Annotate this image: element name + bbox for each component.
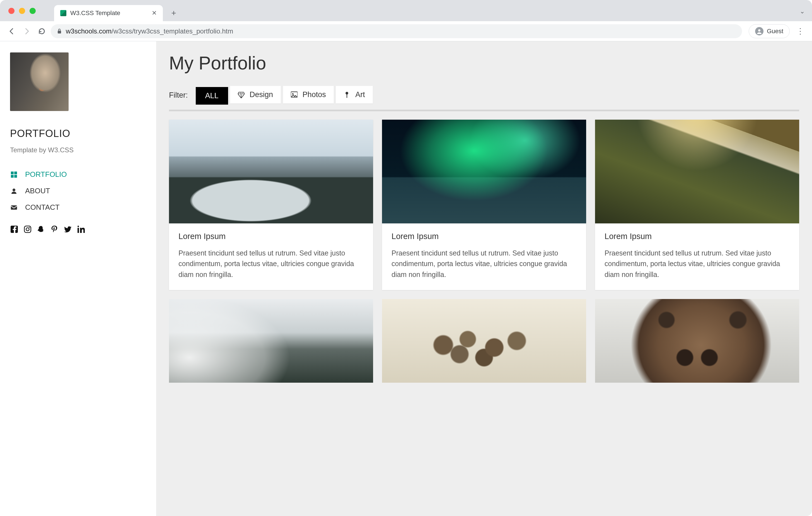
portfolio-card[interactable]: Lorem IpsumPraesent tincidunt sed tellus… [169,120,373,290]
card-title: Lorem Ipsum [605,232,790,241]
filter-design[interactable]: Design [230,86,281,104]
card-description: Praesent tincidunt sed tellus ut rutrum.… [605,248,790,280]
filter-label: Design [250,90,273,99]
window-minimize-button[interactable] [19,8,25,14]
instagram-icon[interactable] [23,226,32,233]
tab-favicon [60,10,66,16]
filter-art[interactable]: Art [336,86,373,104]
card-title: Lorem Ipsum [392,232,577,241]
card-thumbnail [169,120,373,223]
url-path: /w3css/tryw3css_templates_portfolio.htm [112,27,233,35]
social-links [10,226,146,233]
card-description: Praesent tincidunt sed tellus ut rutrum.… [178,248,364,280]
card-description: Praesent tincidunt sed tellus ut rutrum.… [392,248,577,280]
portfolio-grid: Lorem IpsumPraesent tincidunt sed tellus… [169,120,799,383]
toolbar: w3schools.com/w3css/tryw3css_templates_p… [0,21,812,41]
filter-bar: Filter: ALL Design Photos Art [169,86,799,105]
divider [169,110,799,111]
filter-label: Art [355,90,365,99]
tab-title: W3.CSS Template [70,9,148,17]
nav-label: ABOUT [25,187,50,195]
facebook-icon[interactable] [10,226,19,233]
main-content[interactable]: My Portfolio Filter: ALL Design Photos A… [156,41,812,516]
profile-button[interactable]: Guest [749,24,790,38]
twitter-icon[interactable] [64,226,72,233]
envelope-icon [10,205,18,210]
page: PORTFOLIO Template by W3.CSS PORTFOLIOAB… [0,41,812,516]
nav-label: CONTACT [25,203,60,212]
window-controls [8,8,36,14]
forward-button[interactable] [21,25,33,37]
portfolio-card[interactable] [595,299,799,383]
sidebar: PORTFOLIO Template by W3.CSS PORTFOLIOAB… [0,41,156,516]
sidebar-item-contact[interactable]: CONTACT [10,199,146,216]
nav-label: PORTFOLIO [25,170,67,179]
picture-icon [291,91,297,98]
card-title: Lorem Ipsum [178,232,364,241]
sidebar-item-portfolio[interactable]: PORTFOLIO [10,166,146,183]
window-close-button[interactable] [8,8,14,14]
url-text: w3schools.com/w3css/tryw3css_templates_p… [66,27,233,35]
browser-tab[interactable]: W3.CSS Template ✕ [54,5,163,21]
pin-icon [344,91,350,98]
filter-label: Filter: [169,91,188,99]
new-tab-button[interactable]: + [168,7,180,19]
url-host: w3schools.com [66,27,112,35]
pinterest-icon[interactable] [50,226,59,233]
card-thumbnail [169,299,373,383]
filter-all[interactable]: ALL [196,87,228,105]
user-icon [10,188,18,194]
address-bar[interactable]: w3schools.com/w3css/tryw3css_templates_p… [51,24,742,38]
browser-window: W3.CSS Template ✕ + ⌄ w3schools.com/w3cs… [0,0,812,516]
browser-menu-button[interactable]: ⋮ [794,27,806,36]
portfolio-card[interactable] [382,299,586,383]
card-body: Lorem IpsumPraesent tincidunt sed tellus… [382,223,586,290]
sidebar-nav: PORTFOLIOABOUTCONTACT [10,166,146,216]
card-thumbnail [382,299,586,383]
card-thumbnail [595,299,799,383]
snapchat-icon[interactable] [37,226,45,233]
profile-photo [10,52,68,111]
card-thumbnail [382,120,586,223]
lock-icon [57,28,62,34]
tab-close-button[interactable]: ✕ [152,9,157,17]
filter-label: ALL [205,91,219,100]
diamond-icon [238,91,244,98]
profile-label: Guest [767,28,783,35]
window-fullscreen-button[interactable] [30,8,36,14]
tabs-overflow-button[interactable]: ⌄ [800,8,805,15]
card-body: Lorem IpsumPraesent tincidunt sed tellus… [169,223,373,290]
card-body: Lorem IpsumPraesent tincidunt sed tellus… [595,223,799,290]
card-thumbnail [595,120,799,223]
linkedin-icon[interactable] [77,226,85,233]
filter-photos[interactable]: Photos [283,86,334,104]
sidebar-item-about[interactable]: ABOUT [10,183,146,199]
grid-icon [10,172,18,178]
back-button[interactable] [6,25,18,37]
tab-bar: W3.CSS Template ✕ + ⌄ [0,0,812,21]
page-title: My Portfolio [169,52,799,74]
portfolio-card[interactable] [169,299,373,383]
guest-avatar-icon [755,27,763,35]
portfolio-card[interactable]: Lorem IpsumPraesent tincidunt sed tellus… [382,120,586,290]
reload-button[interactable] [36,25,48,37]
sidebar-title: PORTFOLIO [10,128,146,140]
filter-label: Photos [302,90,326,99]
portfolio-card[interactable]: Lorem IpsumPraesent tincidunt sed tellus… [595,120,799,290]
sidebar-subtitle: Template by W3.CSS [10,146,146,154]
